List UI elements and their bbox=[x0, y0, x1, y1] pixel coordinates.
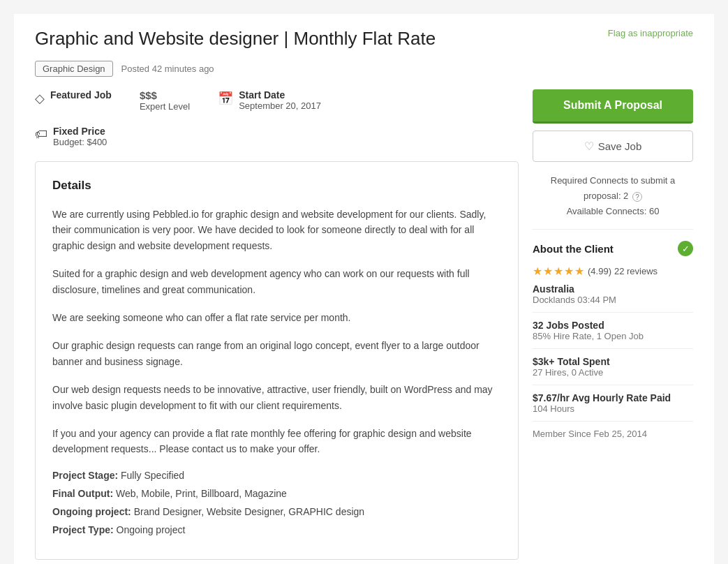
detail-para-5: Our web design requests needs to be inno… bbox=[52, 382, 501, 413]
save-job-label: Save Job bbox=[598, 140, 642, 152]
details-box: Details We are currently using Pebbled.i… bbox=[35, 161, 519, 560]
right-sidebar: Submit A Proposal ♡ Save Job Required Co… bbox=[533, 89, 693, 560]
project-stage-value: Fully Specified bbox=[121, 470, 184, 481]
detail-para-4: Our graphic design requests can range fr… bbox=[52, 338, 501, 369]
detail-para-6: If you and your agency can provide a fla… bbox=[52, 426, 501, 457]
ongoing-project-label: Ongoing project: bbox=[52, 506, 131, 517]
verified-icon: ✓ bbox=[678, 241, 693, 256]
detail-para-1: We are currently using Pebbled.io for gr… bbox=[52, 207, 501, 253]
jobs-posted-stat: 32 Jobs Posted 85% Hire Rate, 1 Open Job bbox=[533, 320, 693, 349]
total-spent-label: $3k+ Total Spent bbox=[533, 356, 693, 367]
flag-link[interactable]: Flag as inappropriate bbox=[608, 28, 693, 38]
submit-proposal-button[interactable]: Submit A Proposal bbox=[533, 89, 693, 124]
diamond-icon: ◇ bbox=[35, 91, 45, 106]
budget-value: Budget: $400 bbox=[53, 137, 107, 147]
tag-icon: 🏷 bbox=[35, 127, 47, 142]
jobs-posted-label: 32 Jobs Posted bbox=[533, 320, 693, 331]
connects-text1: Required Connects to submit a bbox=[551, 175, 675, 186]
avg-rate-label: $7.67/hr Avg Hourly Rate Paid bbox=[533, 392, 693, 403]
connects-text2: proposal: 2 bbox=[584, 191, 628, 201]
meta-row: Graphic Design Posted 42 minutes ago bbox=[35, 61, 693, 77]
total-spent-stat: $3k+ Total Spent 27 Hires, 0 Active bbox=[533, 356, 693, 385]
avg-rate-stat: $7.67/hr Avg Hourly Rate Paid 104 Hours bbox=[533, 392, 693, 422]
about-client: About the Client ✓ ★★★★★ (4.99) 22 revie… bbox=[533, 241, 693, 439]
fixed-price-text: Fixed Price Budget: $400 bbox=[53, 126, 107, 147]
main-layout: ◇ Featured Job $$$ Expert Level 📅 bbox=[35, 89, 693, 560]
about-client-header: About the Client ✓ bbox=[533, 241, 693, 256]
final-output-row: Final Output: Web, Mobile, Print, Billbo… bbox=[52, 488, 501, 499]
job-title: Graphic and Website designer | Monthly F… bbox=[35, 28, 608, 50]
featured-job-label: Featured Job bbox=[50, 89, 112, 101]
job-info-row: ◇ Featured Job $$$ Expert Level 📅 bbox=[35, 89, 519, 112]
connects-box: Required Connects to submit a proposal: … bbox=[533, 173, 693, 230]
rating-row: ★★★★★ (4.99) 22 reviews bbox=[533, 265, 693, 278]
featured-job-text: Featured Job bbox=[50, 89, 112, 101]
calendar-icon: 📅 bbox=[218, 91, 233, 106]
total-spent-sub: 27 Hires, 0 Active bbox=[533, 367, 693, 378]
price-item: $$$ Expert Level bbox=[140, 89, 190, 112]
start-date-value: September 20, 2017 bbox=[239, 101, 321, 111]
detail-para-3: We are seeking someone who can offer a f… bbox=[52, 310, 501, 325]
featured-job-item: ◇ Featured Job bbox=[35, 89, 112, 106]
page-container: Graphic and Website designer | Monthly F… bbox=[14, 14, 714, 564]
fixed-price-label: Fixed Price bbox=[53, 126, 107, 137]
member-since: Member Since Feb 25, 2014 bbox=[533, 429, 693, 439]
connects-line2: proposal: 2 ? bbox=[533, 188, 693, 204]
jobs-posted-sub: 85% Hire Rate, 1 Open Job bbox=[533, 331, 693, 341]
price-sub: Expert Level bbox=[140, 101, 190, 112]
top-bar: Graphic and Website designer | Monthly F… bbox=[35, 28, 693, 50]
rating-value: (4.99) bbox=[588, 266, 611, 276]
connects-line1: Required Connects to submit a bbox=[533, 173, 693, 188]
client-country: Australia bbox=[533, 283, 693, 295]
detail-para-2: Suited for a graphic design and web deve… bbox=[52, 266, 501, 297]
fixed-price-item: 🏷 Fixed Price Budget: $400 bbox=[35, 126, 107, 147]
project-type-row: Project Type: Ongoing project bbox=[52, 524, 501, 535]
avg-rate-sub: 104 Hours bbox=[533, 403, 693, 414]
price-text: $$$ Expert Level bbox=[140, 89, 190, 112]
heart-icon: ♡ bbox=[584, 140, 594, 153]
project-stage-row: Project Stage: Fully Specified bbox=[52, 470, 501, 481]
project-stage-label: Project Stage: bbox=[52, 470, 118, 481]
start-date-label: Start Date bbox=[239, 89, 321, 101]
details-text: We are currently using Pebbled.io for gr… bbox=[52, 207, 501, 457]
project-type-label: Project Type: bbox=[52, 524, 114, 535]
about-client-title: About the Client bbox=[533, 243, 614, 255]
ongoing-project-row: Ongoing project: Brand Designer, Website… bbox=[52, 506, 501, 517]
left-column: ◇ Featured Job $$$ Expert Level 📅 bbox=[35, 89, 519, 560]
save-job-button[interactable]: ♡ Save Job bbox=[533, 131, 693, 162]
final-output-value: Web, Mobile, Print, Billboard, Magazine bbox=[116, 488, 287, 499]
price-level: $$$ bbox=[140, 89, 190, 101]
tag-badge[interactable]: Graphic Design bbox=[35, 61, 113, 77]
fixed-price-row: 🏷 Fixed Price Budget: $400 bbox=[35, 126, 519, 147]
client-city: Docklands 03:44 PM bbox=[533, 295, 693, 305]
ongoing-project-value: Brand Designer, Website Designer, GRAPHI… bbox=[134, 506, 364, 517]
project-meta: Project Stage: Fully Specified Final Out… bbox=[52, 470, 501, 535]
client-location: Australia Docklands 03:44 PM bbox=[533, 283, 693, 313]
posted-time: Posted 42 minutes ago bbox=[121, 64, 214, 74]
final-output-label: Final Output: bbox=[52, 488, 113, 499]
question-icon[interactable]: ? bbox=[632, 192, 642, 202]
reviews-count: 22 reviews bbox=[614, 266, 658, 276]
start-date-item: 📅 Start Date September 20, 2017 bbox=[218, 89, 321, 111]
start-date-text: Start Date September 20, 2017 bbox=[239, 89, 321, 111]
connects-line3: Available Connects: 60 bbox=[533, 204, 693, 219]
project-type-value: Ongoing project bbox=[117, 524, 186, 535]
details-title: Details bbox=[52, 179, 501, 193]
stars: ★★★★★ bbox=[533, 265, 585, 278]
